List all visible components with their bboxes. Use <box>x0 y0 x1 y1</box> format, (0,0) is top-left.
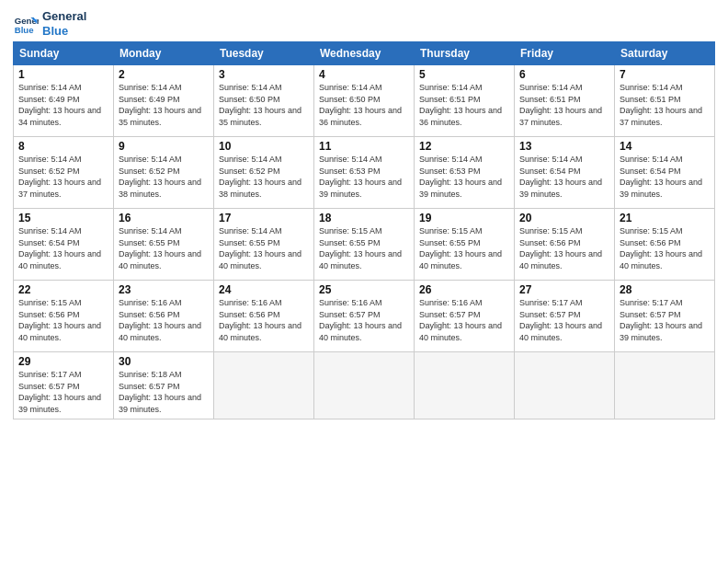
calendar-cell <box>314 352 415 419</box>
day-info: Sunrise: 5:15 AMSunset: 6:56 PMDaylight:… <box>18 297 108 343</box>
calendar-cell: 7Sunrise: 5:14 AMSunset: 6:51 PMDaylight… <box>615 65 715 137</box>
weekday-header: Saturday <box>615 42 715 65</box>
calendar: SundayMondayTuesdayWednesdayThursdayFrid… <box>13 41 715 419</box>
day-number: 29 <box>18 355 108 368</box>
day-number: 12 <box>419 140 509 153</box>
day-info: Sunrise: 5:15 AMSunset: 6:55 PMDaylight:… <box>419 225 509 271</box>
logo-text-blue: Blue <box>42 24 86 39</box>
day-info: Sunrise: 5:17 AMSunset: 6:57 PMDaylight:… <box>18 369 108 415</box>
header: General Blue General Blue <box>13 9 715 38</box>
day-info: Sunrise: 5:16 AMSunset: 6:56 PMDaylight:… <box>119 297 209 343</box>
calendar-cell: 1Sunrise: 5:14 AMSunset: 6:49 PMDaylight… <box>14 65 114 137</box>
day-info: Sunrise: 5:18 AMSunset: 6:57 PMDaylight:… <box>119 369 209 415</box>
day-info: Sunrise: 5:14 AMSunset: 6:52 PMDaylight:… <box>119 154 209 200</box>
day-number: 20 <box>519 212 609 224</box>
calendar-cell: 18Sunrise: 5:15 AMSunset: 6:55 PMDayligh… <box>314 209 415 281</box>
day-number: 3 <box>219 68 309 81</box>
calendar-cell: 16Sunrise: 5:14 AMSunset: 6:55 PMDayligh… <box>114 209 214 281</box>
calendar-cell: 9Sunrise: 5:14 AMSunset: 6:52 PMDaylight… <box>114 137 214 209</box>
calendar-cell <box>415 352 515 419</box>
svg-text:Blue: Blue <box>15 24 34 34</box>
day-number: 9 <box>119 140 209 153</box>
day-info: Sunrise: 5:17 AMSunset: 6:57 PMDaylight:… <box>519 297 609 343</box>
weekday-header-row: SundayMondayTuesdayWednesdayThursdayFrid… <box>14 42 715 65</box>
weekday-header: Thursday <box>415 42 515 65</box>
calendar-cell: 13Sunrise: 5:14 AMSunset: 6:54 PMDayligh… <box>515 137 615 209</box>
calendar-cell: 15Sunrise: 5:14 AMSunset: 6:54 PMDayligh… <box>14 209 114 281</box>
day-number: 10 <box>219 140 309 153</box>
day-number: 26 <box>419 283 509 296</box>
day-number: 6 <box>519 68 609 81</box>
calendar-cell <box>615 352 715 419</box>
day-info: Sunrise: 5:14 AMSunset: 6:53 PMDaylight:… <box>319 154 409 200</box>
logo-text-general: General <box>42 9 86 24</box>
calendar-cell: 24Sunrise: 5:16 AMSunset: 6:56 PMDayligh… <box>214 281 314 352</box>
day-info: Sunrise: 5:14 AMSunset: 6:52 PMDaylight:… <box>219 154 309 200</box>
day-number: 1 <box>18 68 108 81</box>
day-info: Sunrise: 5:14 AMSunset: 6:53 PMDaylight:… <box>419 154 509 200</box>
calendar-cell: 12Sunrise: 5:14 AMSunset: 6:53 PMDayligh… <box>415 137 515 209</box>
calendar-cell: 19Sunrise: 5:15 AMSunset: 6:55 PMDayligh… <box>415 209 515 281</box>
day-info: Sunrise: 5:16 AMSunset: 6:57 PMDaylight:… <box>319 297 409 343</box>
calendar-cell: 30Sunrise: 5:18 AMSunset: 6:57 PMDayligh… <box>114 352 214 419</box>
day-number: 7 <box>620 68 710 81</box>
day-number: 25 <box>319 283 409 296</box>
day-number: 4 <box>319 68 409 81</box>
day-number: 28 <box>620 283 710 296</box>
week-row: 15Sunrise: 5:14 AMSunset: 6:54 PMDayligh… <box>14 209 715 281</box>
calendar-cell: 6Sunrise: 5:14 AMSunset: 6:51 PMDaylight… <box>515 65 615 137</box>
calendar-cell: 14Sunrise: 5:14 AMSunset: 6:54 PMDayligh… <box>615 137 715 209</box>
day-info: Sunrise: 5:16 AMSunset: 6:57 PMDaylight:… <box>419 297 509 343</box>
calendar-cell: 4Sunrise: 5:14 AMSunset: 6:50 PMDaylight… <box>314 65 415 137</box>
week-row: 22Sunrise: 5:15 AMSunset: 6:56 PMDayligh… <box>14 281 715 352</box>
day-number: 27 <box>519 283 609 296</box>
weekday-header: Sunday <box>14 42 114 65</box>
calendar-cell: 25Sunrise: 5:16 AMSunset: 6:57 PMDayligh… <box>314 281 415 352</box>
day-number: 13 <box>519 140 609 153</box>
calendar-cell: 8Sunrise: 5:14 AMSunset: 6:52 PMDaylight… <box>14 137 114 209</box>
day-info: Sunrise: 5:14 AMSunset: 6:51 PMDaylight:… <box>620 82 710 128</box>
weekday-header: Monday <box>114 42 214 65</box>
day-number: 17 <box>219 212 309 224</box>
calendar-cell: 27Sunrise: 5:17 AMSunset: 6:57 PMDayligh… <box>515 281 615 352</box>
day-info: Sunrise: 5:14 AMSunset: 6:50 PMDaylight:… <box>319 82 409 128</box>
calendar-cell: 17Sunrise: 5:14 AMSunset: 6:55 PMDayligh… <box>214 209 314 281</box>
day-info: Sunrise: 5:17 AMSunset: 6:57 PMDaylight:… <box>620 297 710 343</box>
calendar-cell <box>214 352 314 419</box>
day-info: Sunrise: 5:14 AMSunset: 6:54 PMDaylight:… <box>18 225 108 271</box>
calendar-cell: 10Sunrise: 5:14 AMSunset: 6:52 PMDayligh… <box>214 137 314 209</box>
week-row: 29Sunrise: 5:17 AMSunset: 6:57 PMDayligh… <box>14 352 715 419</box>
day-info: Sunrise: 5:14 AMSunset: 6:51 PMDaylight:… <box>519 82 609 128</box>
weekday-header: Tuesday <box>214 42 314 65</box>
day-info: Sunrise: 5:15 AMSunset: 6:55 PMDaylight:… <box>319 225 409 271</box>
day-number: 2 <box>119 68 209 81</box>
day-number: 14 <box>620 140 710 153</box>
calendar-cell: 5Sunrise: 5:14 AMSunset: 6:51 PMDaylight… <box>415 65 515 137</box>
day-number: 23 <box>119 283 209 296</box>
calendar-cell: 29Sunrise: 5:17 AMSunset: 6:57 PMDayligh… <box>14 352 114 419</box>
day-number: 24 <box>219 283 309 296</box>
calendar-cell <box>515 352 615 419</box>
day-number: 16 <box>119 212 209 224</box>
calendar-cell: 21Sunrise: 5:15 AMSunset: 6:56 PMDayligh… <box>615 209 715 281</box>
day-info: Sunrise: 5:14 AMSunset: 6:55 PMDaylight:… <box>119 225 209 271</box>
day-info: Sunrise: 5:14 AMSunset: 6:50 PMDaylight:… <box>219 82 309 128</box>
calendar-cell: 23Sunrise: 5:16 AMSunset: 6:56 PMDayligh… <box>114 281 214 352</box>
day-number: 8 <box>18 140 108 153</box>
day-number: 19 <box>419 212 509 224</box>
calendar-cell: 26Sunrise: 5:16 AMSunset: 6:57 PMDayligh… <box>415 281 515 352</box>
day-number: 11 <box>319 140 409 153</box>
week-row: 1Sunrise: 5:14 AMSunset: 6:49 PMDaylight… <box>14 65 715 137</box>
calendar-cell: 3Sunrise: 5:14 AMSunset: 6:50 PMDaylight… <box>214 65 314 137</box>
day-number: 22 <box>18 283 108 296</box>
day-info: Sunrise: 5:14 AMSunset: 6:51 PMDaylight:… <box>419 82 509 128</box>
calendar-cell: 11Sunrise: 5:14 AMSunset: 6:53 PMDayligh… <box>314 137 415 209</box>
day-info: Sunrise: 5:14 AMSunset: 6:54 PMDaylight:… <box>519 154 609 200</box>
weekday-header: Wednesday <box>314 42 415 65</box>
day-number: 21 <box>620 212 710 224</box>
day-number: 5 <box>419 68 509 81</box>
day-info: Sunrise: 5:16 AMSunset: 6:56 PMDaylight:… <box>219 297 309 343</box>
week-row: 8Sunrise: 5:14 AMSunset: 6:52 PMDaylight… <box>14 137 715 209</box>
day-info: Sunrise: 5:14 AMSunset: 6:49 PMDaylight:… <box>119 82 209 128</box>
day-number: 30 <box>119 355 209 368</box>
